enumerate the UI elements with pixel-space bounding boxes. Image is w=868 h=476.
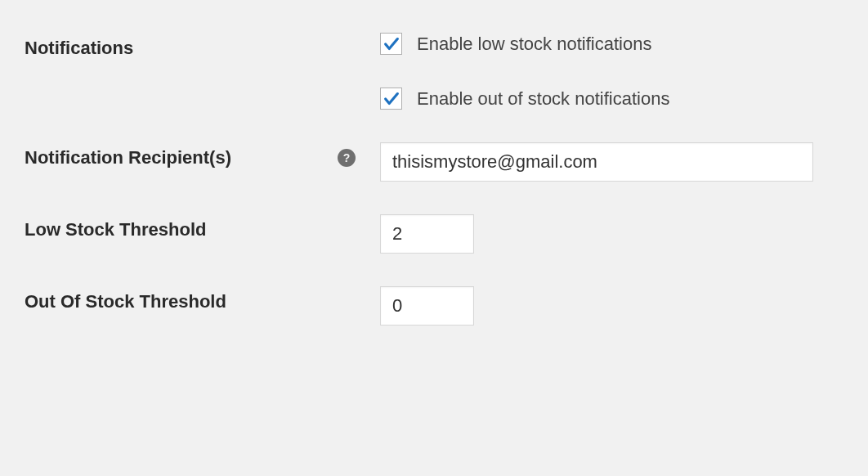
low-stock-threshold-controls — [380, 214, 843, 254]
help-icon[interactable]: ? — [338, 149, 356, 167]
notifications-label: Notifications — [25, 38, 133, 59]
out-of-stock-threshold-label: Out Of Stock Threshold — [25, 291, 226, 312]
out-of-stock-checkbox-label[interactable]: Enable out of stock notifications — [417, 88, 669, 110]
recipients-input[interactable] — [380, 142, 813, 182]
low-stock-checkbox-label[interactable]: Enable low stock notifications — [417, 34, 651, 55]
low-stock-threshold-row: Low Stock Threshold — [25, 214, 843, 254]
recipients-controls — [380, 142, 843, 182]
out-of-stock-threshold-controls — [380, 286, 843, 326]
out-of-stock-checkbox[interactable] — [380, 88, 402, 110]
notifications-label-col: Notifications — [25, 33, 380, 59]
out-of-stock-checkbox-row: Enable out of stock notifications — [380, 88, 843, 110]
recipients-label-col: Notification Recipient(s) ? — [25, 142, 380, 168]
low-stock-threshold-input[interactable] — [380, 214, 474, 254]
out-of-stock-threshold-label-col: Out Of Stock Threshold — [25, 286, 380, 312]
low-stock-checkbox-row: Enable low stock notifications — [380, 33, 843, 55]
checkmark-icon — [383, 35, 400, 53]
out-of-stock-threshold-input[interactable] — [380, 286, 474, 326]
out-of-stock-threshold-row: Out Of Stock Threshold — [25, 286, 843, 326]
low-stock-threshold-label-col: Low Stock Threshold — [25, 214, 380, 240]
recipients-row: Notification Recipient(s) ? — [25, 142, 843, 182]
low-stock-checkbox[interactable] — [380, 33, 402, 55]
checkmark-icon — [383, 90, 400, 108]
recipients-label: Notification Recipient(s) — [25, 147, 231, 168]
notifications-controls: Enable low stock notifications Enable ou… — [380, 33, 843, 110]
notifications-row: Notifications Enable low stock notificat… — [25, 33, 843, 110]
low-stock-threshold-label: Low Stock Threshold — [25, 219, 206, 240]
